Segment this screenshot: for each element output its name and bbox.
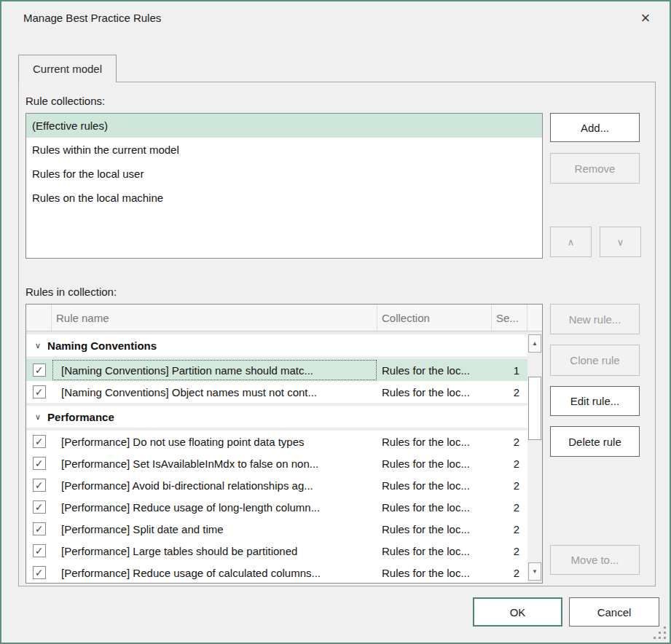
collection-list-item[interactable]: Rules on the local machine — [26, 186, 542, 210]
rule-row[interactable]: ✓ [Performance] Reduce usage of long-len… — [26, 496, 528, 518]
new-rule-button[interactable]: New rule... — [550, 304, 640, 334]
rule-group-row[interactable]: ∨ Performance — [26, 403, 528, 431]
rule-severity: 2 — [492, 545, 527, 557]
rule-checkbox[interactable]: ✓ — [33, 500, 46, 514]
rules-table-scrollbar[interactable]: ▲ ▼ — [527, 331, 542, 583]
move-to-button[interactable]: Move to... — [550, 545, 640, 575]
rule-name[interactable]: [Performance] Set IsAvailableInMdx to fa… — [52, 452, 377, 474]
rule-row[interactable]: ✓ [Naming Conventions] Partition name sh… — [26, 359, 528, 381]
ok-button[interactable]: OK — [473, 597, 562, 627]
manage-best-practice-rules-dialog: Manage Best Practice Rules × Current mod… — [0, 0, 671, 644]
rule-row[interactable]: ✓ [Performance] Reduce usage of calculat… — [26, 562, 528, 584]
rule-severity: 1 — [492, 364, 527, 377]
collection-list-item[interactable]: (Effective rules) — [26, 114, 542, 138]
rule-collection: Rules for the loc... — [377, 501, 492, 514]
rule-checkbox[interactable]: ✓ — [33, 364, 46, 377]
rule-collection: Rules for the loc... — [377, 479, 492, 492]
collection-item-label: Rules on the local machine — [32, 192, 163, 204]
group-label: Performance — [47, 411, 114, 423]
rule-group-row[interactable]: ∨ Naming Conventions — [26, 331, 528, 359]
rule-name[interactable]: [Performance] Reduce usage of calculated… — [52, 562, 377, 584]
scrollbar-thumb[interactable] — [528, 377, 541, 440]
collection-item-label: Rules within the current model — [32, 144, 179, 156]
rules-table-header: Rule name Collection Se... — [26, 305, 542, 331]
rule-name[interactable]: [Performance] Do not use floating point … — [52, 431, 377, 452]
remove-button[interactable]: Remove — [550, 153, 640, 184]
collection-item-label: Rules for the local user — [32, 168, 144, 180]
move-up-button[interactable]: ∧ — [550, 227, 592, 257]
edit-rule-button[interactable]: Edit rule... — [550, 386, 640, 416]
add-button[interactable]: Add... — [550, 113, 640, 142]
scroll-up-icon[interactable]: ▲ — [528, 334, 541, 353]
rule-name[interactable]: [Naming Conventions] Partition name shou… — [52, 359, 377, 381]
header-severity[interactable]: Se... — [492, 305, 527, 331]
collection-list-item[interactable]: Rules within the current model — [26, 138, 542, 162]
rule-severity: 2 — [492, 523, 527, 535]
chevron-down-icon[interactable]: ∨ — [35, 341, 41, 350]
rule-collection: Rules for the loc... — [377, 523, 492, 535]
rule-severity: 2 — [492, 386, 527, 398]
rule-collection: Rules for the loc... — [377, 567, 492, 579]
rule-name[interactable]: [Performance] Avoid bi-directional relat… — [52, 474, 377, 496]
rules-table-body: ∨ Naming Conventions ✓ [Naming Conventio… — [26, 331, 542, 584]
clone-rule-button[interactable]: Clone rule — [550, 345, 640, 376]
rule-collection: Rules for the loc... — [377, 364, 492, 377]
chevron-down-icon[interactable]: ∨ — [35, 412, 41, 422]
rule-severity: 2 — [492, 458, 527, 470]
rule-checkbox[interactable]: ✓ — [33, 544, 46, 557]
close-icon[interactable]: × — [633, 7, 658, 29]
rule-row[interactable]: ✓ [Performance] Split date and time Rule… — [26, 518, 528, 540]
rule-severity: 2 — [492, 436, 527, 448]
dialog-title: Manage Best Practice Rules — [23, 12, 161, 24]
rule-severity: 2 — [492, 501, 527, 514]
rule-severity: 2 — [492, 479, 527, 492]
rule-checkbox[interactable]: ✓ — [33, 522, 46, 535]
rule-collection: Rules for the loc... — [377, 545, 492, 557]
header-collection[interactable]: Collection — [377, 305, 492, 331]
rule-row[interactable]: ✓ [Performance] Avoid bi-directional rel… — [26, 474, 528, 496]
tab-current-model[interactable]: Current model — [18, 55, 117, 82]
resize-grip[interactable] — [664, 637, 666, 638]
rule-checkbox[interactable]: ✓ — [33, 479, 46, 492]
collection-item-label: (Effective rules) — [32, 119, 108, 132]
rule-row[interactable]: ✓ [Performance] Do not use floating poin… — [26, 431, 528, 452]
rule-name[interactable]: [Performance] Large tables should be par… — [52, 540, 377, 562]
rule-collection: Rules for the loc... — [377, 436, 492, 448]
rule-collection: Rules for the loc... — [377, 386, 492, 398]
delete-rule-button[interactable]: Delete rule — [550, 426, 640, 457]
rule-name[interactable]: [Performance] Split date and time — [52, 518, 377, 540]
rule-collections-list[interactable]: (Effective rules) Rules within the curre… — [25, 113, 543, 259]
rule-row[interactable]: ✓ [Performance] Large tables should be p… — [26, 540, 528, 562]
rules-table: Rule name Collection Se... ∨ Naming Conv… — [25, 304, 543, 584]
collection-list-item[interactable]: Rules for the local user — [26, 162, 542, 186]
header-checkbox-column[interactable] — [26, 305, 52, 331]
rule-checkbox[interactable]: ✓ — [33, 457, 46, 470]
header-filler — [527, 305, 542, 331]
rule-checkbox[interactable]: ✓ — [33, 385, 46, 398]
scroll-down-icon[interactable]: ▼ — [528, 562, 541, 581]
rule-row[interactable]: ✓ [Performance] Set IsAvailableInMdx to … — [26, 452, 528, 474]
rule-collection: Rules for the loc... — [377, 458, 492, 470]
rule-row[interactable]: ✓ [Naming Conventions] Object names must… — [26, 381, 528, 403]
rule-severity: 2 — [492, 567, 527, 579]
rule-name[interactable]: [Performance] Reduce usage of long-lengt… — [52, 496, 377, 518]
rule-checkbox[interactable]: ✓ — [33, 435, 46, 448]
cancel-button[interactable]: Cancel — [569, 597, 659, 627]
group-label: Naming Conventions — [47, 339, 157, 352]
rule-name[interactable]: [Naming Conventions] Object names must n… — [52, 381, 377, 403]
rule-checkbox[interactable]: ✓ — [33, 566, 46, 579]
header-rule-name[interactable]: Rule name — [52, 305, 377, 331]
move-down-button[interactable]: ∨ — [600, 227, 641, 257]
